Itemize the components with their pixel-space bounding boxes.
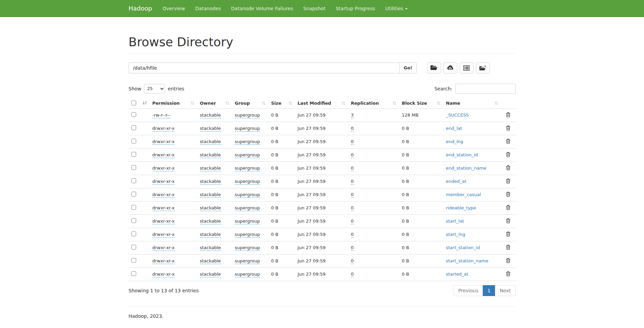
- trash-icon[interactable]: [506, 218, 511, 224]
- column-header-group[interactable]: Group: [232, 98, 269, 109]
- owner-value[interactable]: stackable: [200, 179, 221, 185]
- trash-icon[interactable]: [506, 205, 511, 211]
- file-name-link[interactable]: end_lat: [446, 126, 462, 131]
- column-header-select-all[interactable]: [129, 98, 150, 109]
- group-value[interactable]: supergroup: [235, 232, 260, 238]
- file-name-link[interactable]: member_casual: [446, 192, 481, 197]
- trash-icon[interactable]: [506, 245, 511, 251]
- upload-file-button[interactable]: [443, 63, 457, 73]
- trash-icon[interactable]: [506, 258, 511, 264]
- row-checkbox[interactable]: [131, 112, 136, 117]
- column-header-permission[interactable]: Permission: [150, 98, 197, 109]
- row-checkbox[interactable]: [131, 165, 136, 170]
- owner-value[interactable]: stackable: [200, 166, 221, 171]
- row-checkbox[interactable]: [131, 218, 136, 223]
- owner-value[interactable]: stackable: [200, 113, 221, 118]
- page-length-select[interactable]: 25: [144, 84, 165, 93]
- replication-value[interactable]: 0: [351, 258, 354, 264]
- row-checkbox[interactable]: [131, 192, 136, 196]
- nav-item-overview[interactable]: Overview: [158, 0, 190, 17]
- file-name-link[interactable]: ended_at: [446, 179, 466, 184]
- move-paste-button[interactable]: [476, 63, 490, 73]
- group-value[interactable]: supergroup: [235, 179, 260, 185]
- replication-value[interactable]: 0: [351, 152, 354, 158]
- permission-value[interactable]: drwxr-xr-x: [152, 152, 175, 158]
- row-checkbox[interactable]: [131, 152, 136, 157]
- replication-value[interactable]: 0: [351, 272, 354, 277]
- trash-icon[interactable]: [506, 125, 511, 132]
- permission-value[interactable]: drwxr-xr-x: [152, 139, 175, 145]
- permission-value[interactable]: -rw-r--r--: [152, 113, 170, 118]
- replication-value[interactable]: 0: [351, 245, 354, 251]
- trash-icon[interactable]: [506, 178, 511, 185]
- owner-value[interactable]: stackable: [200, 205, 221, 211]
- nav-item-utilities[interactable]: Utilities: [380, 0, 413, 17]
- group-value[interactable]: supergroup: [235, 245, 260, 251]
- owner-value[interactable]: stackable: [200, 192, 221, 198]
- pagination-previous[interactable]: Previous: [454, 285, 483, 296]
- row-checkbox[interactable]: [131, 231, 136, 236]
- owner-value[interactable]: stackable: [200, 258, 221, 264]
- replication-value[interactable]: 3: [351, 113, 354, 118]
- column-header-block-size[interactable]: Block Size: [399, 98, 443, 109]
- set-quota-button[interactable]: [460, 63, 474, 73]
- column-header-owner[interactable]: Owner: [197, 98, 232, 109]
- replication-value[interactable]: 0: [351, 205, 354, 211]
- replication-value[interactable]: 0: [351, 126, 354, 132]
- group-value[interactable]: supergroup: [235, 166, 260, 171]
- trash-icon[interactable]: [506, 152, 511, 158]
- navbar-brand-hadoop[interactable]: Hadoop: [129, 0, 158, 17]
- trash-icon[interactable]: [506, 139, 511, 145]
- nav-item-startup-progress[interactable]: Startup Progress: [331, 0, 380, 17]
- search-input[interactable]: [455, 84, 516, 94]
- create-directory-button[interactable]: [427, 63, 441, 73]
- row-checkbox[interactable]: [131, 245, 136, 249]
- permission-value[interactable]: drwxr-xr-x: [152, 258, 175, 264]
- row-checkbox[interactable]: [131, 271, 136, 276]
- replication-value[interactable]: 0: [351, 219, 354, 224]
- trash-icon[interactable]: [506, 231, 511, 238]
- owner-value[interactable]: stackable: [200, 245, 221, 251]
- group-value[interactable]: supergroup: [235, 219, 260, 224]
- replication-value[interactable]: 0: [351, 166, 354, 171]
- trash-icon[interactable]: [506, 112, 511, 118]
- group-value[interactable]: supergroup: [235, 152, 260, 158]
- replication-value[interactable]: 0: [351, 139, 354, 145]
- owner-value[interactable]: stackable: [200, 219, 221, 224]
- file-name-link[interactable]: start_lng: [446, 232, 465, 237]
- column-header-last-modified[interactable]: Last Modified: [295, 98, 348, 109]
- owner-value[interactable]: stackable: [200, 232, 221, 238]
- group-value[interactable]: supergroup: [235, 205, 260, 211]
- owner-value[interactable]: stackable: [200, 152, 221, 158]
- column-header-name[interactable]: Name: [443, 98, 501, 109]
- column-header-size[interactable]: Size: [269, 98, 295, 109]
- nav-item-datanode-volume-failures[interactable]: Datanode Volume Failures: [226, 0, 298, 17]
- trash-icon[interactable]: [506, 192, 511, 198]
- file-name-link[interactable]: end_station_id: [446, 152, 478, 157]
- replication-value[interactable]: 0: [351, 232, 354, 238]
- group-value[interactable]: supergroup: [235, 126, 260, 132]
- column-header-replication[interactable]: Replication: [348, 98, 399, 109]
- owner-value[interactable]: stackable: [200, 272, 221, 277]
- trash-icon[interactable]: [506, 165, 511, 171]
- row-checkbox[interactable]: [131, 205, 136, 210]
- row-checkbox[interactable]: [131, 139, 136, 143]
- permission-value[interactable]: drwxr-xr-x: [152, 232, 175, 238]
- directory-path-input[interactable]: [129, 63, 399, 73]
- file-name-link[interactable]: _SUCCESS: [446, 113, 469, 118]
- nav-item-datanodes[interactable]: Datanodes: [190, 0, 226, 17]
- permission-value[interactable]: drwxr-xr-x: [152, 166, 175, 171]
- nav-item-snapshot[interactable]: Snapshot: [298, 0, 330, 17]
- group-value[interactable]: supergroup: [235, 139, 260, 145]
- permission-value[interactable]: drwxr-xr-x: [152, 272, 175, 277]
- permission-value[interactable]: drwxr-xr-x: [152, 192, 175, 198]
- group-value[interactable]: supergroup: [235, 272, 260, 277]
- pagination-next[interactable]: Next: [495, 285, 516, 296]
- row-checkbox[interactable]: [131, 258, 136, 263]
- permission-value[interactable]: drwxr-xr-x: [152, 179, 175, 185]
- file-name-link[interactable]: start_lat: [446, 219, 464, 224]
- select-all-checkbox[interactable]: [131, 101, 136, 105]
- file-name-link[interactable]: end_lng: [446, 139, 463, 144]
- row-checkbox[interactable]: [131, 125, 136, 130]
- permission-value[interactable]: drwxr-xr-x: [152, 245, 175, 251]
